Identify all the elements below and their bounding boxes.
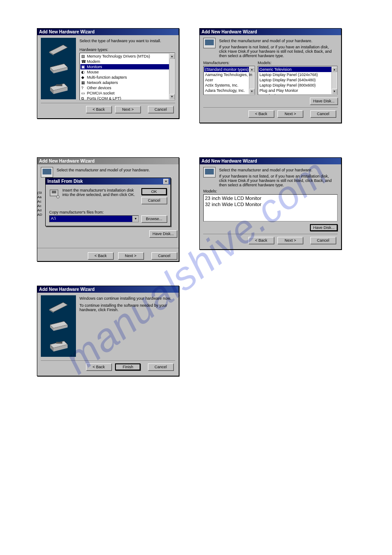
list-item[interactable]: ◐Mouse	[80, 69, 169, 75]
list-item[interactable]: Laptop Display Panel (1024x768)	[259, 72, 331, 77]
list-label: Ports (COM & LPT)	[87, 96, 121, 100]
chevron-down-icon[interactable]: ▾	[132, 216, 138, 222]
ok-button[interactable]: OK	[141, 188, 167, 195]
scroll-up-icon[interactable]: ▴	[169, 54, 175, 59]
instruction-text-2: If your hardware is not listed, or if yo…	[219, 45, 338, 58]
scrollbar[interactable]: ▴▾	[249, 67, 254, 94]
list-item[interactable]: ?Other devices	[80, 85, 169, 91]
manufacturers-label: Manufacturers:	[203, 61, 255, 65]
cancel-button[interactable]: Cancel	[310, 237, 336, 244]
list-label: Memory Technology Drivers (MTDs)	[87, 54, 150, 58]
list-item[interactable]: Acer	[204, 77, 249, 83]
list-item[interactable]: ADI Systems, Inc.	[204, 93, 249, 95]
chip-icon: ▧	[81, 54, 86, 58]
list-item[interactable]: Generic Television	[259, 67, 331, 72]
modal-text: Insert the manufacturer's installation d…	[62, 188, 139, 204]
list-label: 32 inch Wide LCD Monitor	[205, 202, 261, 207]
have-disk-button[interactable]: Have Disk...	[149, 230, 177, 237]
list-item[interactable]: Laptop Display Panel (640x480)	[259, 77, 331, 83]
list-item[interactable]: ⧉Ports (COM & LPT)	[80, 96, 169, 100]
list-label: Plug and Play Monitor	[259, 88, 298, 93]
floppy-drive-icon	[47, 80, 69, 95]
list-label: Multi-function adapters	[87, 75, 127, 80]
list-label: PCMCIA socket	[87, 91, 115, 95]
list-item[interactable]: 32 inch Wide LCD Monitor	[204, 201, 337, 207]
scrollbar[interactable]: ▴▾	[331, 67, 337, 94]
cancel-button[interactable]: Cancel	[310, 110, 336, 117]
instruction-text: Select the manufacturer and model of you…	[219, 39, 338, 43]
copy-from-combo[interactable]: A:\ ▾	[49, 215, 139, 222]
dialog-install-from-disk: Add New Hardware Wizard Select the manuf…	[37, 157, 179, 261]
next-button[interactable]: Next >	[277, 110, 303, 117]
models-listbox[interactable]: ▴▾ Generic Television Laptop Display Pan…	[258, 66, 338, 95]
list-item[interactable]: ☎Modem	[80, 59, 169, 64]
dialog-hwtype: Add New Hardware Wizard Select the type …	[37, 28, 179, 119]
list-item[interactable]: Aamazing Technologies, In	[204, 72, 249, 77]
scroll-down-icon[interactable]: ▾	[169, 94, 175, 99]
back-button[interactable]: < Back	[86, 106, 111, 113]
modal-title-text: Install From Disk	[47, 179, 83, 184]
svg-rect-8	[56, 84, 62, 86]
list-item[interactable]: Adara Technology, Inc.	[204, 88, 249, 93]
list-item[interactable]: 23 inch Wide LCD Monitor	[204, 195, 337, 201]
close-icon[interactable]: ×	[163, 179, 169, 184]
scroll-up-icon[interactable]: ▴	[249, 67, 255, 72]
have-disk-button[interactable]: Have Disk...	[310, 224, 338, 231]
mfr-fragment: Ac	[37, 204, 44, 208]
list-item[interactable]: Standard VGA 640x480	[259, 93, 331, 95]
back-button[interactable]: < Back	[248, 237, 274, 244]
back-button[interactable]: < Back	[86, 363, 111, 370]
dialog-mfr-model: Add New Hardware Wizard Select the manuf…	[199, 28, 342, 123]
modal-cancel-button[interactable]: Cancel	[141, 197, 167, 204]
models-listbox[interactable]: 23 inch Wide LCD Monitor 32 inch Wide LC…	[203, 194, 338, 221]
list-item[interactable]: ◆Multi-function adapters	[80, 75, 169, 80]
network-icon: ▦	[81, 80, 86, 85]
instruction-text-2: If your hardware is not listed, or if yo…	[219, 174, 338, 187]
scroll-up-icon[interactable]: ▴	[332, 67, 337, 72]
scroll-down-icon[interactable]: ▾	[332, 89, 337, 94]
list-label: Adara Technology, Inc.	[205, 88, 245, 93]
instruction-text: Select the manufacturer and model of you…	[57, 168, 175, 172]
manufacturers-listbox[interactable]: ▴▾ (Standard monitor types) Aamazing Tec…	[203, 66, 255, 95]
list-item[interactable]: ▭PCMCIA socket	[80, 91, 169, 96]
list-item[interactable]: Plug and Play Monitor	[259, 88, 331, 93]
monitor-icon	[203, 167, 216, 178]
next-button[interactable]: Next >	[115, 106, 140, 113]
scrollbar[interactable]: ▴ ▾	[169, 54, 174, 99]
titlebar: Add New Hardware Wizard	[37, 29, 179, 35]
back-button[interactable]: < Back	[88, 252, 113, 259]
models-label: Models:	[258, 61, 338, 65]
titlebar: Add New Hardware Wizard	[200, 158, 341, 164]
cancel-button[interactable]: Cancel	[151, 252, 177, 259]
list-item[interactable]: (Standard monitor types)	[204, 67, 249, 72]
back-button[interactable]: < Back	[248, 110, 274, 117]
list-label: ADI Systems, Inc.	[205, 94, 237, 95]
next-button[interactable]: Next >	[277, 237, 303, 244]
list-item[interactable]: ▣Monitors	[80, 64, 169, 69]
modem-icon: ☎	[81, 59, 86, 64]
list-item[interactable]: ▦Network adapters	[80, 80, 169, 85]
list-label: Acer	[205, 78, 213, 82]
other-icon: ?	[81, 86, 86, 90]
cancel-button[interactable]: Cancel	[148, 363, 173, 370]
hwtypes-listbox[interactable]: ▴ ▾ ▧Memory Technology Drivers (MTDs) ☎M…	[79, 53, 175, 100]
wizard-sidebar	[41, 38, 76, 99]
next-button[interactable]: Next >	[118, 252, 144, 259]
list-item[interactable]: Laptop Display Panel (800x600)	[259, 83, 331, 88]
mfr-fragment: AD	[37, 213, 44, 217]
models-label: Models:	[203, 189, 338, 193]
list-label: Actix Systems, Inc.	[205, 83, 238, 87]
finish-button[interactable]: Finish	[115, 363, 140, 370]
list-item[interactable]: Actix Systems, Inc.	[204, 83, 249, 88]
dialog-finish: Add New Hardware Wizard Windows can cont…	[37, 286, 179, 376]
cancel-button[interactable]: Cancel	[148, 106, 173, 113]
drive-icon	[47, 319, 69, 334]
browse-button[interactable]: Browse...	[141, 215, 167, 222]
floppy-icon	[49, 188, 60, 204]
have-disk-button[interactable]: Have Disk...	[310, 98, 338, 105]
svg-marker-0	[49, 45, 68, 54]
list-item[interactable]: ▧Memory Technology Drivers (MTDs)	[80, 54, 169, 59]
monitor-icon: ▣	[81, 65, 86, 69]
card-icon	[47, 42, 69, 57]
scroll-down-icon[interactable]: ▾	[249, 89, 255, 94]
